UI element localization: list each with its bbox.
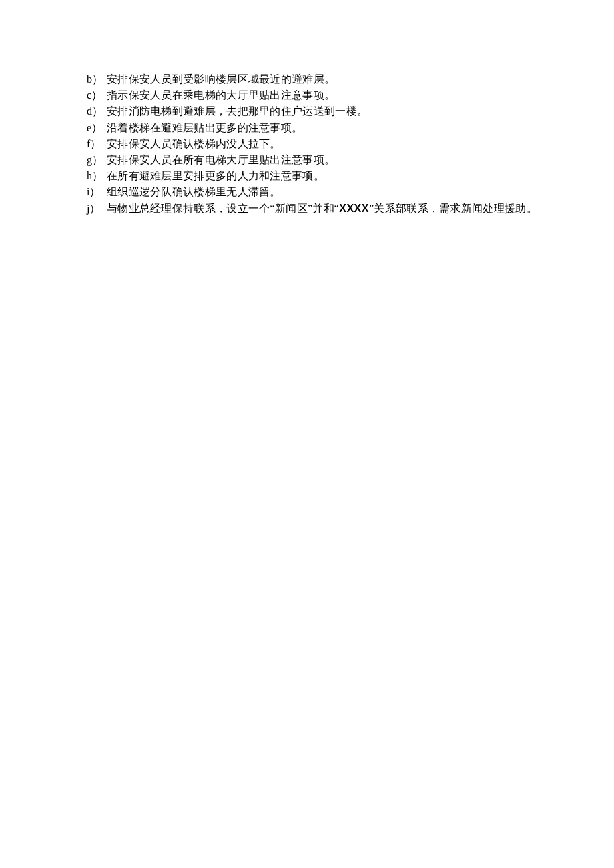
list-text: 指示保安人员在乘电梯的大厅里贴出注意事项。: [107, 87, 335, 103]
list-text: 安排保安人员在所有电梯大厅里贴出注意事项。: [107, 152, 335, 167]
list-item: e） 沿着楼梯在避难层贴出更多的注意事项。: [87, 120, 614, 135]
list-item: b） 安排保安人员到受影响楼层区域最近的避难层。: [87, 71, 614, 87]
marker-paren: ）: [92, 73, 103, 85]
list-marker: j）: [87, 201, 107, 216]
list-text: 安排保安人员到受影响楼层区域最近的避难层。: [107, 71, 335, 87]
list-item: g） 安排保安人员在所有电梯大厅里贴出注意事项。: [87, 152, 614, 167]
list-marker: b）: [87, 71, 107, 87]
list-text: 安排消防电梯到避难层，去把那里的住户运送到一楼。: [107, 103, 368, 119]
list-marker: h）: [87, 168, 107, 183]
text-segment: 与物业总经理保持联系，设立一个“新闻区”并和“: [107, 203, 339, 214]
list-text: 与物业总经理保持联系，设立一个“新闻区”并和“XXXX”关系部联系，需求新闻处理…: [107, 201, 537, 216]
marker-paren: ）: [92, 170, 103, 181]
list-text: 沿着楼梯在避难层贴出更多的注意事项。: [107, 120, 302, 135]
marker-letter: g: [87, 154, 92, 165]
ordered-list: b） 安排保安人员到受影响楼层区域最近的避难层。 c） 指示保安人员在乘电梯的大…: [87, 71, 614, 216]
list-marker: d）: [87, 103, 107, 119]
list-item: h） 在所有避难层里安排更多的人力和注意事项。: [87, 168, 614, 183]
marker-letter: h: [87, 170, 92, 181]
list-item: d） 安排消防电梯到避难层，去把那里的住户运送到一楼。: [87, 103, 614, 119]
document-page: b） 安排保安人员到受影响楼层区域最近的避难层。 c） 指示保安人员在乘电梯的大…: [0, 0, 614, 216]
marker-letter: b: [87, 73, 92, 85]
marker-paren: ）: [92, 154, 103, 165]
list-item: c） 指示保安人员在乘电梯的大厅里贴出注意事项。: [87, 87, 614, 103]
list-item: f） 安排保安人员确认楼梯内没人拉下。: [87, 136, 614, 151]
marker-paren: ）: [91, 122, 102, 133]
marker-paren: ）: [89, 203, 100, 214]
list-text: 安排保安人员确认楼梯内没人拉下。: [107, 136, 281, 151]
bold-text: XXXX: [339, 203, 369, 214]
marker-paren: ）: [91, 89, 102, 101]
list-marker: g）: [87, 152, 107, 167]
list-text: 组织巡逻分队确认楼梯里无人滞留。: [107, 184, 281, 199]
list-marker: e）: [87, 120, 107, 135]
list-item: j） 与物业总经理保持联系，设立一个“新闻区”并和“XXXX”关系部联系，需求新…: [87, 201, 614, 216]
marker-paren: ）: [92, 105, 103, 117]
marker-letter: d: [87, 105, 92, 117]
list-marker: i）: [87, 184, 107, 199]
list-marker: f）: [87, 136, 107, 151]
list-marker: c）: [87, 87, 107, 103]
list-text: 在所有避难层里安排更多的人力和注意事项。: [107, 168, 324, 183]
text-segment: ”关系部联系，需求新闻处理援助。: [369, 203, 537, 214]
list-item: i） 组织巡逻分队确认楼梯里无人滞留。: [87, 184, 614, 199]
marker-paren: ）: [89, 186, 100, 197]
marker-paren: ）: [90, 138, 101, 149]
